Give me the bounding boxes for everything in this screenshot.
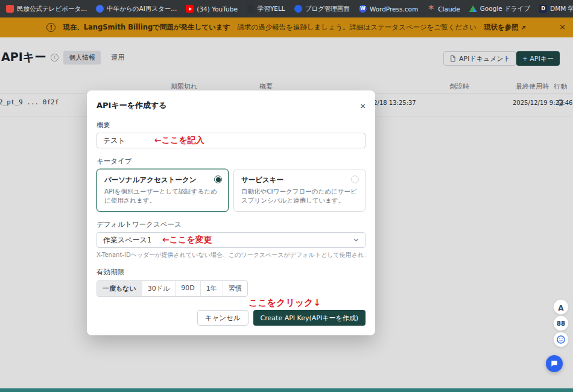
modal-close-icon[interactable]: ×	[360, 101, 366, 110]
bookmark-item[interactable]: (34) YouTube	[186, 5, 238, 13]
option-title: サービスキー	[241, 175, 358, 185]
bookmark-item[interactable]: Google ドライブ	[469, 5, 530, 13]
option-description: APIを個別ユーザーとして認証するために使用されます。	[104, 187, 221, 205]
chat-button[interactable]	[546, 355, 563, 372]
bookmark-item[interactable]: 民放公式テレビポータ...	[6, 5, 87, 13]
modal-title: APIキーを作成する	[97, 100, 167, 111]
translate-icon	[558, 302, 563, 313]
annotation-change-here: ←ここを変更	[162, 235, 212, 245]
claude-favicon	[427, 5, 435, 13]
bookmark-label: (34) YouTube	[197, 5, 238, 13]
translate-widget-button[interactable]	[553, 299, 569, 315]
cancel-button[interactable]: キャンセル	[197, 310, 249, 326]
bookmark-label: Google ドライブ	[480, 5, 530, 13]
badge-text: 88	[557, 320, 565, 327]
bookmark-label: ブログ管理画面	[305, 5, 350, 13]
create-api-key-modal: APIキーを作成する × 概要 ←ここを記入 キータイプ パーソナルアクセストー…	[87, 90, 375, 335]
status-link-label: 現状を参照	[484, 23, 519, 32]
segment-30d[interactable]: 30ドル	[142, 281, 176, 296]
banner-close-icon[interactable]: ×	[559, 22, 566, 31]
chat-bubble-icon	[550, 359, 559, 368]
option-personal-access-token[interactable]: パーソナルアクセストークン APIを個別ユーザーとして認証するために使用されます…	[97, 169, 229, 212]
bookmark-item[interactable]: DMM 学び放題	[539, 5, 573, 13]
option-service-key[interactable]: サービスキー 自動化やCIワークフローのためにサービスプリンシパルと連携していま…	[233, 169, 366, 212]
feedback-widget-button[interactable]	[553, 332, 569, 347]
status-page-link[interactable]: 現状を参照	[484, 23, 527, 32]
bookmark-label: Claude	[438, 5, 460, 13]
wordpress-favicon	[359, 5, 367, 13]
key-type-label: キータイプ	[97, 157, 366, 166]
expiration-segmented-control: 一度もない 30ドル 90D 1年 習慣	[97, 280, 248, 297]
workspace-help-text: X-Tenant-IDヘッダーが提供されていない場合、このワークスペースがデフォ…	[97, 251, 366, 259]
browser-widgets: 88	[553, 299, 569, 347]
bookmark-label: DMM 学び放題	[550, 5, 573, 13]
description-label: 概要	[97, 121, 366, 130]
workspace-selected-value: 作業スペース1	[103, 235, 151, 245]
segment-1y[interactable]: 1年	[200, 281, 223, 296]
expiration-label: 有効期限	[97, 268, 366, 277]
workspace-label: デフォルトワークスペース	[97, 220, 366, 229]
bookmark-label: WordPress.com	[370, 5, 418, 13]
segment-never[interactable]: 一度もない	[97, 281, 142, 296]
workspace-select[interactable]: 作業スペース1 ←ここを変更	[97, 232, 366, 248]
bookmark-label: 中年からのAI再スター...	[107, 5, 177, 13]
bookmark-item[interactable]: ブログ管理画面	[294, 5, 350, 13]
description-input[interactable]	[97, 133, 366, 148]
dmm-favicon	[539, 5, 547, 13]
persona-favicon	[96, 5, 104, 13]
bookmark-item[interactable]: 学習YELL	[247, 5, 285, 13]
bottom-bar	[0, 388, 573, 392]
bookmark-item[interactable]: WordPress.com	[359, 5, 418, 13]
create-api-key-button[interactable]: Create API Key(APIキーを作成)	[253, 310, 366, 326]
smiley-icon	[556, 335, 566, 344]
blog-favicon	[294, 5, 302, 13]
youtube-favicon	[186, 5, 194, 13]
bookmarks-bar: 民放公式テレビポータ... 中年からのAI再スター... (34) YouTub…	[0, 0, 573, 17]
segment-90d[interactable]: 90D	[175, 281, 200, 296]
warning-banner: 現在、LangSmith Billingで問題が発生しています 請求の過少報告を…	[0, 17, 573, 37]
option-description: 自動化やCIワークフローのためにサービスプリンシパルと連携しています。	[241, 187, 358, 205]
banner-message: 請求の過少報告を追跡しましょう。詳細はステータスページをご覧ください	[238, 23, 476, 32]
bookmark-label: 民放公式テレビポータ...	[17, 5, 87, 13]
radio-unselected-icon[interactable]	[351, 175, 359, 183]
external-link-icon	[521, 25, 527, 31]
segment-custom[interactable]: 習慣	[223, 281, 247, 296]
chevron-down-icon	[353, 238, 359, 242]
gdrive-favicon	[469, 5, 477, 12]
banner-message-bold: 現在、LangSmith Billingで問題が発生しています	[63, 23, 230, 32]
bookmark-item[interactable]: 中年からのAI再スター...	[96, 5, 177, 13]
bookmark-item[interactable]: Claude	[427, 5, 460, 13]
warning-icon	[46, 23, 55, 32]
tv-favicon	[6, 5, 14, 13]
bookmark-label: 学習YELL	[258, 5, 285, 13]
radio-selected-icon[interactable]	[214, 175, 222, 183]
annotation-click-here: ここをクリック↓	[249, 297, 321, 309]
yell-favicon	[247, 5, 255, 13]
option-title: パーソナルアクセストークン	[104, 175, 221, 185]
badge-widget-button[interactable]: 88	[553, 315, 569, 331]
